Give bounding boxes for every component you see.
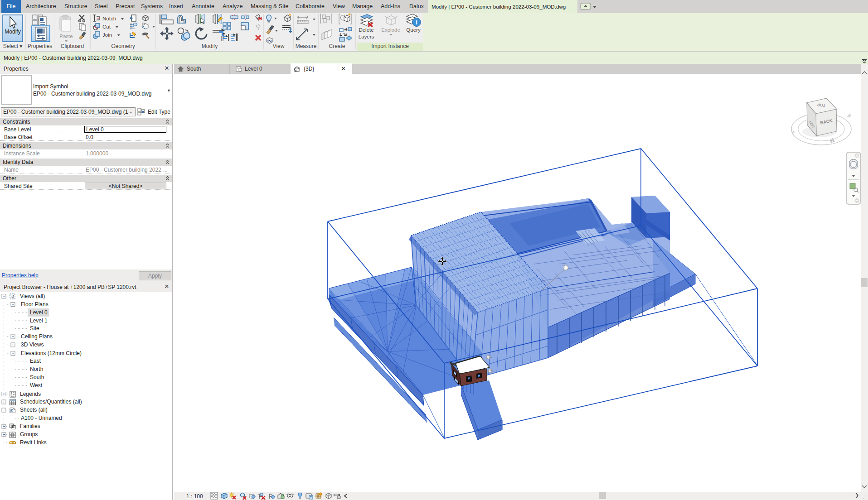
svg-text:Join: Join <box>102 32 112 38</box>
svg-text:W: W <box>846 113 852 119</box>
svg-text:Layers: Layers <box>359 34 374 39</box>
svg-text:Explode: Explode <box>381 27 400 33</box>
svg-text:Notch: Notch <box>102 16 116 21</box>
svg-text:Modify: Modify <box>5 29 20 35</box>
svg-text:Cut: Cut <box>102 24 111 29</box>
svg-text:Query: Query <box>406 27 421 33</box>
svg-text:i: i <box>416 19 417 26</box>
svg-text:Delete: Delete <box>359 27 373 33</box>
svg-text:Paste: Paste <box>59 34 73 39</box>
